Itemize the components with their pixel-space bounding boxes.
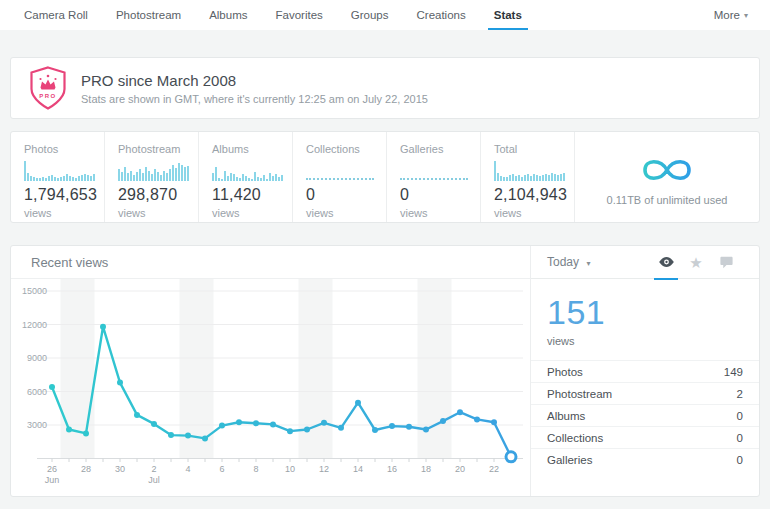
- data-point[interactable]: [83, 430, 89, 436]
- data-point[interactable]: [253, 420, 259, 426]
- y-axis-label: 6000: [27, 387, 47, 397]
- stats-summary-row: Photos 1,794,653 views Photostream 298,8…: [10, 131, 760, 223]
- date-range-dropdown[interactable]: Today ▾: [547, 255, 590, 269]
- tab-stats[interactable]: Stats: [480, 0, 536, 30]
- breakdown-value: 0: [737, 410, 743, 422]
- favorites-tab[interactable]: ★: [681, 246, 711, 279]
- data-point[interactable]: [219, 423, 225, 429]
- date-range-label: Today: [547, 255, 579, 269]
- comment-icon: [720, 256, 733, 269]
- data-point[interactable]: [474, 416, 480, 422]
- breakdown-row-galleries: Galleries 0: [531, 448, 759, 470]
- stat-unit: views: [212, 207, 292, 219]
- data-point[interactable]: [440, 418, 446, 424]
- data-point[interactable]: [185, 433, 191, 439]
- data-point[interactable]: [270, 421, 276, 427]
- storage-label: 0.11TB of unlimited used: [607, 194, 728, 206]
- eye-icon: [658, 256, 675, 268]
- chart-title: Recent views: [11, 246, 531, 279]
- tab-creations[interactable]: Creations: [403, 0, 480, 30]
- y-axis-label: 15000: [22, 286, 47, 296]
- x-axis-label: 12: [319, 464, 329, 474]
- breakdown-row-photos: Photos 149: [531, 360, 759, 382]
- stat-unit: views: [24, 207, 104, 219]
- stat-value: 0: [400, 186, 480, 204]
- breakdown-label: Photos: [547, 366, 583, 378]
- stat-unit: views: [494, 207, 574, 219]
- flickr-stats-page: Camera Roll Photostream Albums Favorites…: [0, 0, 770, 509]
- panel-header: Today ▾ ★: [531, 246, 759, 279]
- today-views-count: 151: [547, 293, 743, 332]
- y-axis-label: 3000: [27, 420, 47, 430]
- y-axis-label: 9000: [27, 353, 47, 363]
- more-menu-button[interactable]: More ▾: [714, 0, 770, 30]
- pro-banner: PRO PRO since March 2008 Stats are shown…: [10, 57, 760, 119]
- stat-card-collections: Collections 0 views: [293, 132, 387, 222]
- x-axis-month-label: Jun: [45, 475, 60, 485]
- x-axis-label: 28: [81, 464, 91, 474]
- stat-label: Photostream: [118, 143, 198, 155]
- today-data-point[interactable]: [506, 452, 516, 462]
- svg-text:PRO: PRO: [39, 93, 57, 99]
- x-axis-label: 22: [489, 464, 499, 474]
- data-point[interactable]: [287, 428, 293, 434]
- tab-groups[interactable]: Groups: [337, 0, 403, 30]
- data-point[interactable]: [491, 419, 497, 425]
- data-point[interactable]: [236, 419, 242, 425]
- data-point[interactable]: [117, 380, 123, 386]
- top-nav: Camera Roll Photostream Albums Favorites…: [0, 0, 770, 30]
- data-point[interactable]: [304, 426, 310, 432]
- stat-card-total: Total 2,104,943 views: [481, 132, 575, 222]
- data-point[interactable]: [338, 425, 344, 431]
- data-point[interactable]: [134, 412, 140, 418]
- data-point[interactable]: [457, 409, 463, 415]
- galleries-sparkline: [400, 161, 471, 181]
- chevron-down-icon: ▾: [586, 259, 590, 268]
- recent-views-card: Recent views 300060009000120001500026Jun…: [10, 245, 760, 497]
- data-point[interactable]: [406, 424, 412, 430]
- data-point[interactable]: [66, 426, 72, 432]
- data-point[interactable]: [100, 324, 106, 330]
- views-tab[interactable]: [651, 246, 681, 279]
- weekend-band: [180, 279, 214, 459]
- tab-photostream[interactable]: Photostream: [102, 0, 195, 30]
- x-axis-label: 14: [353, 464, 363, 474]
- comments-tab[interactable]: [711, 246, 741, 279]
- x-axis-label: 4: [185, 464, 190, 474]
- data-point[interactable]: [151, 421, 157, 427]
- stat-value: 11,420: [212, 186, 292, 204]
- data-point[interactable]: [372, 427, 378, 433]
- stat-label: Collections: [306, 143, 386, 155]
- x-axis-label: 16: [387, 464, 397, 474]
- data-point[interactable]: [49, 384, 55, 390]
- data-point[interactable]: [168, 432, 174, 438]
- stat-unit: views: [306, 207, 386, 219]
- tab-albums[interactable]: Albums: [195, 0, 261, 30]
- data-point[interactable]: [355, 400, 361, 406]
- data-point[interactable]: [389, 423, 395, 429]
- storage-usage: 0.11TB of unlimited used: [575, 132, 759, 222]
- stat-value: 1,794,653: [24, 186, 104, 204]
- tab-favorites[interactable]: Favorites: [261, 0, 336, 30]
- weekend-band: [418, 279, 452, 459]
- pro-subtitle: Stats are shown in GMT, where it's curre…: [81, 93, 428, 105]
- stat-value: 0: [306, 186, 386, 204]
- pro-title: PRO since March 2008: [81, 72, 428, 89]
- x-axis-label: 30: [115, 464, 125, 474]
- breakdown-label: Albums: [547, 410, 585, 422]
- breakdown-row-collections: Collections 0: [531, 426, 759, 448]
- recent-views-chart: 300060009000120001500026Jun28302Jul46810…: [11, 279, 531, 497]
- stat-card-galleries: Galleries 0 views: [387, 132, 481, 222]
- x-axis-month-label: Jul: [148, 475, 160, 485]
- photos-sparkline: [24, 161, 95, 181]
- stat-label: Albums: [212, 143, 292, 155]
- tab-camera-roll[interactable]: Camera Roll: [24, 0, 102, 30]
- data-point[interactable]: [423, 426, 429, 432]
- breakdown-row-albums: Albums 0: [531, 404, 759, 426]
- breakdown-label: Photostream: [547, 388, 612, 400]
- pro-text: PRO since March 2008 Stats are shown in …: [81, 72, 428, 105]
- data-point[interactable]: [202, 435, 208, 441]
- data-point[interactable]: [321, 420, 327, 426]
- today-views-unit: views: [547, 335, 743, 347]
- views-breakdown-list: Photos 149 Photostream 2 Albums 0 Collec…: [531, 360, 759, 470]
